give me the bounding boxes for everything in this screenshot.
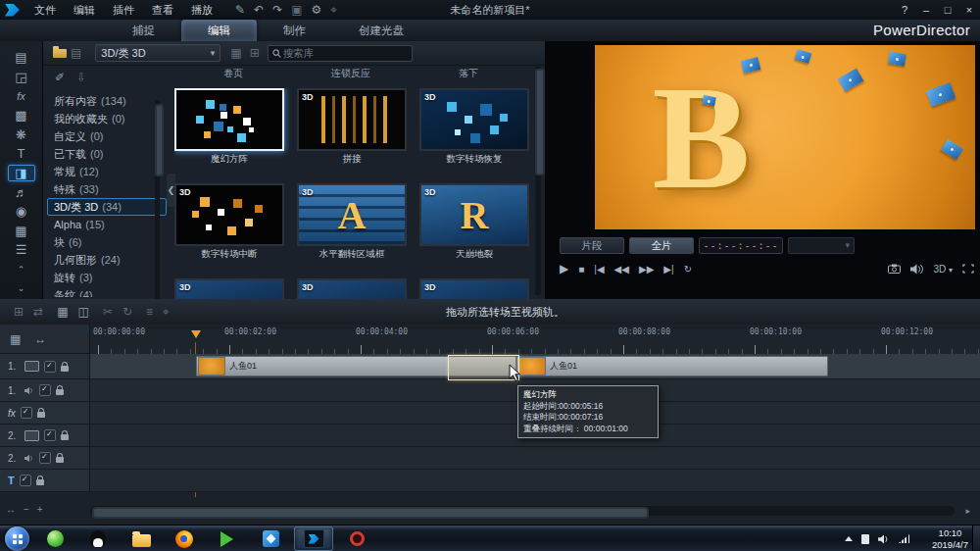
- layout-icon[interactable]: ▣: [291, 4, 302, 16]
- select-tool-icon[interactable]: ⊞: [14, 306, 24, 318]
- category-geometric[interactable]: 几何图形(24): [47, 251, 167, 269]
- tab-create-disc[interactable]: 创建光盘: [332, 20, 430, 41]
- import-media-icon[interactable]: [53, 49, 67, 58]
- track-enable-checkbox[interactable]: [44, 429, 56, 441]
- show-desktop-button[interactable]: [972, 526, 980, 551]
- track-enable-checkbox[interactable]: [20, 475, 31, 486]
- transition-item-digital-restore[interactable]: 3D 数字转场恢复: [419, 88, 529, 166]
- menu-view[interactable]: 查看: [143, 0, 182, 20]
- volume-icon[interactable]: [910, 264, 923, 275]
- title-room-icon[interactable]: T: [8, 145, 35, 163]
- transition-item-collapse[interactable]: 3DR 天崩地裂: [419, 183, 529, 261]
- undo-icon[interactable]: ↶: [254, 4, 264, 16]
- category-special[interactable]: 特殊(33): [47, 180, 167, 198]
- track-enable-checkbox[interactable]: [44, 361, 56, 373]
- taskbar-app-qq[interactable]: [78, 526, 118, 551]
- settings-gear-icon[interactable]: ⚙: [312, 4, 322, 16]
- lock-icon[interactable]: [56, 457, 64, 463]
- grid-view-icon[interactable]: ▦: [230, 47, 241, 59]
- track-enable-checkbox[interactable]: [21, 407, 32, 419]
- particle-room-icon[interactable]: ❋: [8, 125, 35, 143]
- library-search[interactable]: [268, 45, 413, 62]
- zoom-fit-icon[interactable]: ↔: [6, 504, 16, 515]
- stop-button[interactable]: ■: [578, 264, 584, 275]
- transition-item[interactable]: 3D: [174, 278, 284, 299]
- transition-item[interactable]: 3D: [297, 278, 407, 299]
- taskbar-app-browser[interactable]: [35, 526, 74, 551]
- capture-screen-icon[interactable]: ⌖: [330, 4, 337, 16]
- magnet-snap-icon[interactable]: ◫: [77, 306, 88, 318]
- tray-expand-icon[interactable]: [845, 532, 853, 541]
- effect-room-icon[interactable]: fx: [8, 87, 35, 105]
- play-button[interactable]: ▶: [560, 262, 568, 276]
- category-all[interactable]: 所有内容(134): [47, 92, 167, 110]
- taskbar-app-blue[interactable]: [251, 526, 290, 551]
- transition-item-digital-break[interactable]: 3D 数字转场中断: [174, 183, 284, 261]
- menu-play[interactable]: 播放: [182, 0, 221, 20]
- search-input[interactable]: [281, 46, 408, 60]
- filmstrip-icon[interactable]: ▤: [71, 47, 81, 59]
- transition-item-splice[interactable]: 3D 拼接: [297, 88, 407, 166]
- loop-button[interactable]: ↻: [684, 264, 692, 275]
- media-room-icon[interactable]: ▤: [8, 49, 35, 67]
- zoom-in-icon[interactable]: +: [37, 504, 43, 515]
- lock-icon[interactable]: [61, 434, 69, 440]
- taskbar-app-powerdirector[interactable]: [294, 526, 333, 551]
- grid-scrollbar[interactable]: [535, 67, 541, 295]
- voice-over-room-icon[interactable]: ◉: [8, 203, 35, 221]
- chevron-down-icon[interactable]: ⌄: [8, 279, 35, 297]
- zoom-out-icon[interactable]: −: [24, 504, 29, 515]
- category-general[interactable]: 常规(12): [47, 163, 167, 180]
- fullscreen-icon[interactable]: [962, 264, 974, 274]
- audio-track-2-lane[interactable]: [90, 447, 980, 470]
- track-enable-checkbox[interactable]: [39, 452, 51, 464]
- taskbar-clock[interactable]: 10:10 2019/4/7: [932, 527, 968, 550]
- category-block[interactable]: 块(6): [47, 233, 167, 251]
- track-manager-icon[interactable]: ▦: [57, 306, 68, 318]
- chevron-up-icon[interactable]: ⌃: [8, 261, 35, 278]
- pen-icon[interactable]: ✎: [235, 4, 245, 16]
- playhead-marker[interactable]: [191, 330, 201, 343]
- pip-room-icon[interactable]: ◲: [8, 69, 35, 86]
- track-enable-checkbox[interactable]: [39, 384, 51, 396]
- chapter-room-icon[interactable]: ▦: [8, 222, 35, 239]
- taskbar-app-explorer[interactable]: [122, 526, 161, 551]
- marker-icon[interactable]: ≡: [146, 306, 153, 318]
- category-custom[interactable]: 自定义(0): [47, 127, 167, 145]
- snapshot-camera-icon[interactable]: [888, 264, 901, 274]
- download-more-icon[interactable]: ⇩: [76, 72, 86, 83]
- clip-mode-button[interactable]: 片段: [560, 237, 624, 254]
- draw-transition-icon[interactable]: ✐: [55, 72, 65, 83]
- previous-clip-button[interactable]: |◀: [594, 264, 604, 275]
- lock-icon[interactable]: [61, 366, 69, 372]
- minimize-button[interactable]: –: [915, 0, 937, 20]
- taskbar-app-recorder[interactable]: [337, 526, 376, 551]
- 3d-mode-dropdown[interactable]: 3D ▾: [933, 264, 953, 275]
- taskbar-app-player[interactable]: [208, 526, 247, 551]
- tab-edit[interactable]: 编辑: [181, 20, 257, 41]
- transition-room-icon[interactable]: ◨: [8, 165, 35, 182]
- timeline-horizontal-scrollbar[interactable]: [90, 506, 955, 516]
- lock-icon[interactable]: [37, 412, 45, 418]
- volume-tray-icon[interactable]: [878, 534, 890, 544]
- import-folder-icon[interactable]: ⊞: [250, 47, 260, 59]
- transition-item[interactable]: 3D: [419, 278, 529, 299]
- taskbar-app-firefox[interactable]: [165, 526, 204, 551]
- fit-timeline-icon[interactable]: ↔: [34, 333, 46, 345]
- render-preview-icon[interactable]: ⌖: [163, 306, 170, 318]
- category-stripe[interactable]: 条纹(4): [47, 286, 167, 297]
- tab-capture[interactable]: 捕捉: [106, 20, 181, 41]
- scroll-right-arrow[interactable]: ▸: [965, 506, 970, 516]
- next-clip-button[interactable]: ▶|: [663, 264, 673, 275]
- category-alpha[interactable]: Alpha(15): [47, 216, 167, 233]
- transition-item-flip-zone[interactable]: 3DA 水平翻转区域框: [297, 183, 407, 261]
- track-grid-icon[interactable]: ▦: [10, 333, 21, 345]
- menu-plugins[interactable]: 插件: [104, 0, 143, 20]
- power-tray-icon[interactable]: [861, 534, 869, 544]
- network-tray-icon[interactable]: [899, 534, 909, 543]
- menu-file[interactable]: 文件: [25, 0, 65, 20]
- start-button[interactable]: [5, 526, 29, 551]
- close-button[interactable]: ×: [958, 0, 980, 20]
- category-rotate[interactable]: 旋转(3): [47, 269, 167, 286]
- redo-icon[interactable]: ↷: [272, 4, 282, 16]
